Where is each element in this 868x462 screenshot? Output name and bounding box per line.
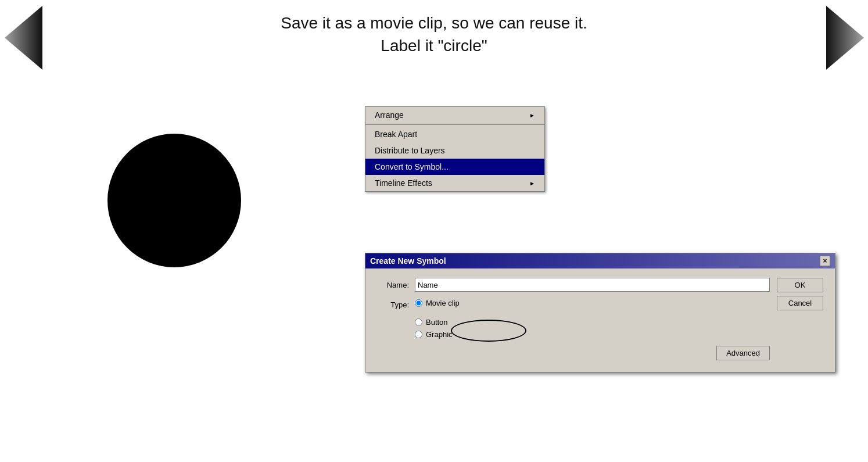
- next-arrow-container[interactable]: [822, 0, 868, 76]
- submenu-arrow-arrange: ►: [529, 112, 535, 119]
- name-input[interactable]: [415, 278, 770, 292]
- create-symbol-dialog: Create New Symbol × Name: Type: Movie cl…: [365, 253, 835, 373]
- submenu-arrow-timeline: ►: [529, 180, 535, 187]
- type-label: Type:: [377, 300, 409, 309]
- menu-item-convert-symbol[interactable]: Convert to Symbol...: [365, 159, 544, 175]
- radio-graphic[interactable]: [415, 331, 422, 338]
- menu-item-break-apart[interactable]: Break Apart: [365, 126, 544, 142]
- menu-item-timeline-effects[interactable]: Timeline Effects ►: [365, 175, 544, 191]
- menu-item-arrange[interactable]: Arrange ►: [365, 107, 544, 123]
- advanced-button[interactable]: Advanced: [716, 346, 770, 360]
- radio-graphic-row: Graphic: [415, 330, 770, 339]
- name-row: Name:: [377, 278, 770, 292]
- dialog-title: Create New Symbol: [370, 256, 446, 266]
- radio-movie-clip-row: Movie clip: [415, 299, 460, 307]
- cancel-button[interactable]: Cancel: [777, 296, 823, 310]
- context-menu: Arrange ► Break Apart Distribute to Laye…: [365, 106, 545, 192]
- dialog-close-button[interactable]: ×: [820, 256, 830, 266]
- radio-movie-clip-label: Movie clip: [426, 299, 460, 307]
- type-radio-group: Movie clip: [415, 299, 460, 311]
- radio-button-label: Button: [426, 318, 448, 327]
- dialog-body: Name: Type: Movie clip Button: [365, 268, 835, 372]
- ok-button[interactable]: OK: [777, 278, 823, 292]
- name-label: Name:: [377, 281, 409, 289]
- dialog-action-buttons: OK Cancel: [777, 278, 823, 363]
- radio-movie-clip[interactable]: [415, 299, 422, 307]
- page-title: Save it as a movie clip, so we can reuse…: [281, 12, 587, 57]
- title-line1: Save it as a movie clip, so we can reuse…: [281, 12, 587, 34]
- menu-item-distribute-layers[interactable]: Distribute to Layers: [365, 142, 544, 159]
- dialog-titlebar: Create New Symbol ×: [365, 253, 835, 268]
- title-line2: Label it "circle": [281, 34, 587, 57]
- radio-button[interactable]: [415, 318, 422, 326]
- dialog-form: Name: Type: Movie clip Button: [377, 278, 770, 363]
- radio-graphic-label: Graphic: [426, 330, 453, 339]
- prev-arrow-container[interactable]: [0, 0, 46, 76]
- menu-separator-1: [365, 124, 544, 125]
- type-row: Type: Movie clip: [377, 299, 770, 311]
- radio-button-row: Button: [415, 318, 770, 327]
- prev-arrow-icon: [5, 6, 42, 70]
- advanced-row: Advanced: [377, 342, 770, 363]
- black-circle: [107, 134, 241, 267]
- next-arrow-icon: [826, 6, 864, 70]
- extra-radio-options: Button Graphic: [415, 318, 770, 339]
